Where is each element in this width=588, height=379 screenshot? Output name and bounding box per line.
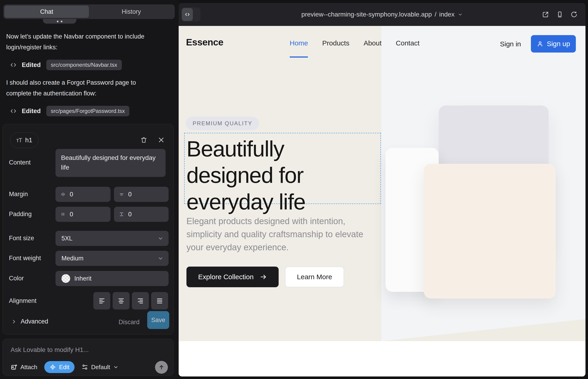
advanced-label: Advanced — [21, 318, 48, 325]
align-center-button[interactable] — [113, 292, 130, 310]
explore-collection-button[interactable]: Explore Collection — [186, 267, 279, 287]
sign-in-link[interactable]: Sign in — [500, 40, 521, 48]
padding-vertical-icon — [119, 211, 124, 217]
element-tag-label: h1 — [25, 137, 32, 144]
edit-label: Edit — [59, 364, 69, 371]
nav-link-about[interactable]: About — [363, 39, 381, 47]
tab-history[interactable]: History — [89, 5, 174, 18]
align-justify-icon — [156, 297, 163, 304]
font-size-label: Font size — [9, 235, 34, 242]
chat-history-tabbar: Chat History — [3, 4, 175, 19]
send-arrow-icon — [158, 364, 165, 371]
nav-link-home[interactable]: Home — [290, 39, 308, 47]
chevron-down-icon — [157, 235, 164, 241]
file-edit-row: Edited src/pages/ForgotPassword.tsx — [10, 105, 129, 117]
site-logo[interactable]: Essence — [186, 37, 223, 48]
align-justify-button[interactable] — [151, 292, 168, 310]
padding-y-input[interactable] — [114, 207, 169, 222]
padding-label: Padding — [9, 211, 32, 218]
typography-icon: ᴛT — [16, 137, 22, 144]
composer-toolbar: Attach Edit Default — [11, 361, 119, 373]
send-button[interactable] — [155, 361, 168, 374]
nav-link-products[interactable]: Products — [322, 39, 349, 47]
preview-url: preview--charming-site-symphony.lovable.… — [301, 11, 432, 18]
arrow-right-icon — [260, 273, 267, 281]
selected-element-tag: ᴛT h1 — [10, 132, 39, 148]
chevron-right-icon — [11, 319, 17, 325]
cta-secondary-label: Learn More — [297, 273, 332, 281]
font-weight-label: Font weight — [9, 255, 41, 262]
discard-button[interactable]: Discard — [119, 319, 140, 326]
align-right-button[interactable] — [132, 292, 149, 310]
hero-heading[interactable]: Beautifully designed for everyday life — [186, 136, 372, 215]
font-weight-select[interactable]: Medium — [56, 251, 169, 266]
url-bar[interactable]: preview--charming-site-symphony.lovable.… — [179, 3, 586, 26]
sign-up-button[interactable]: Sign up — [531, 35, 576, 52]
font-size-select[interactable]: 5XL — [56, 231, 169, 246]
code-icon — [10, 62, 17, 68]
trash-icon — [140, 136, 147, 144]
assistant-message: Now let's update the Navbar component to… — [6, 31, 151, 53]
alignment-options — [93, 292, 168, 310]
edited-label: Edited — [22, 62, 41, 69]
nav-link-contact[interactable]: Contact — [396, 39, 419, 47]
margin-vertical-icon — [119, 191, 124, 197]
content-label: Content — [9, 159, 31, 166]
color-select[interactable]: Inherit — [56, 271, 169, 286]
margin-x-value[interactable] — [70, 191, 90, 198]
delete-element-button[interactable] — [139, 135, 149, 145]
sliders-icon — [81, 364, 88, 371]
padding-x-value[interactable] — [70, 211, 90, 218]
element-editor-panel: ᴛT h1 Content Beautifully designed for e… — [2, 124, 174, 334]
align-right-icon — [137, 297, 144, 304]
edit-target-icon — [49, 364, 56, 371]
color-label: Color — [9, 275, 24, 282]
chevron-down-icon — [113, 364, 119, 370]
align-left-button[interactable] — [93, 292, 110, 310]
padding-y-value[interactable] — [128, 211, 149, 218]
learn-more-button[interactable]: Learn More — [285, 267, 344, 287]
sign-up-label: Sign up — [547, 40, 570, 48]
margin-x-input[interactable] — [56, 187, 110, 202]
open-external-icon[interactable] — [542, 11, 549, 18]
preview-actions — [542, 3, 578, 26]
attach-button[interactable]: Attach — [11, 364, 37, 371]
align-left-icon — [98, 297, 105, 304]
file-chip[interactable]: src/pages/ForgotPassword.tsx — [46, 106, 130, 116]
close-editor-button[interactable] — [156, 135, 167, 145]
save-button[interactable]: Save — [147, 311, 169, 329]
padding-horizontal-icon — [60, 211, 66, 217]
tab-chat[interactable]: Chat — [4, 5, 89, 18]
preview-viewport: Essence Home Products About Contact Sign… — [179, 26, 586, 377]
margin-y-input[interactable] — [114, 187, 169, 202]
mobile-preview-icon[interactable] — [556, 11, 563, 18]
advanced-toggle[interactable]: Advanced — [11, 318, 48, 325]
file-chip[interactable]: src/components/Navbar.tsx — [46, 60, 122, 70]
app-window: Chat History Now let's update the Navbar… — [0, 0, 588, 379]
close-icon — [158, 137, 165, 143]
chevron-down-icon — [157, 255, 164, 261]
edit-mode-pill[interactable]: Edit — [44, 361, 75, 373]
chevron-down-icon — [458, 12, 463, 17]
url-separator: / — [434, 11, 436, 18]
composer-input[interactable] — [11, 345, 162, 355]
tab-history-label: History — [122, 8, 141, 15]
margin-label: Margin — [9, 191, 28, 198]
tab-chat-label: Chat — [40, 8, 53, 15]
padding-x-input[interactable] — [56, 207, 110, 222]
color-value: Inherit — [74, 275, 92, 282]
font-weight-value: Medium — [62, 255, 83, 262]
margin-y-value[interactable] — [128, 191, 149, 198]
hero-section: Essence Home Products About Contact Sign… — [179, 26, 586, 341]
decorative-card-cream — [424, 164, 556, 299]
chat-sidebar: Chat History Now let's update the Navbar… — [0, 0, 178, 379]
content-textarea[interactable]: Beautifully designed for everyday life — [56, 149, 166, 177]
refresh-icon[interactable] — [570, 11, 578, 18]
code-icon — [10, 108, 17, 114]
color-swatch — [62, 274, 70, 283]
mode-selector[interactable]: Default — [81, 364, 119, 371]
mode-label: Default — [91, 364, 110, 371]
route-name: index — [439, 11, 454, 18]
align-center-icon — [118, 297, 124, 304]
user-icon — [537, 40, 543, 47]
